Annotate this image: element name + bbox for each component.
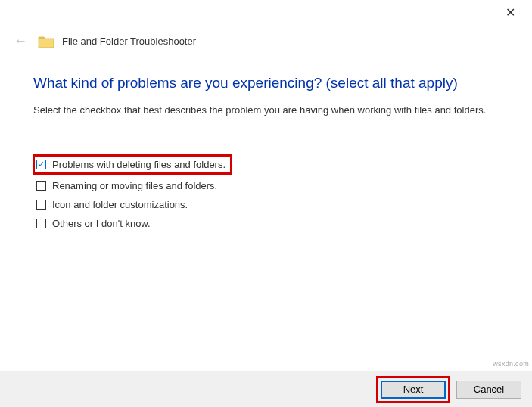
check-icon: ✓ <box>38 160 45 169</box>
footer: Next Cancel <box>0 371 532 407</box>
checkbox-rename-move[interactable] <box>36 181 46 191</box>
options-group: ✓ Problems with deleting files and folde… <box>33 154 499 233</box>
next-highlight: Next <box>376 376 450 403</box>
checkbox-others[interactable] <box>36 219 46 228</box>
option-label: Problems with deleting files and folders… <box>52 159 226 170</box>
content: What kind of problems are you experienci… <box>0 52 532 233</box>
cancel-button[interactable]: Cancel <box>456 381 521 399</box>
option-label: Icon and folder customizations. <box>52 199 188 210</box>
option-label: Others or I don't know. <box>52 218 151 229</box>
folder-icon <box>38 34 54 49</box>
checkbox-delete-problems[interactable]: ✓ <box>36 160 46 169</box>
option-others[interactable]: Others or I don't know. <box>36 214 499 233</box>
back-arrow-icon[interactable]: ← <box>11 30 30 52</box>
close-icon[interactable]: ✕ <box>499 2 521 23</box>
option-icon-customizations[interactable]: Icon and folder customizations. <box>36 195 499 214</box>
titlebar: ✕ <box>0 0 532 24</box>
page-heading: What kind of problems are you experienci… <box>33 75 499 92</box>
next-button[interactable]: Next <box>381 381 446 399</box>
checkbox-icon-customizations[interactable] <box>36 200 46 210</box>
instruction-text: Select the checkbox that best describes … <box>33 104 499 118</box>
option-delete-problems[interactable]: ✓ Problems with deleting files and folde… <box>33 154 232 175</box>
header: ← File and Folder Troubleshooter <box>0 24 532 52</box>
header-title: File and Folder Troubleshooter <box>62 36 196 47</box>
option-label: Renaming or moving files and folders. <box>52 180 217 191</box>
option-rename-move[interactable]: Renaming or moving files and folders. <box>36 176 499 195</box>
watermark: wsxdn.com <box>493 360 529 368</box>
